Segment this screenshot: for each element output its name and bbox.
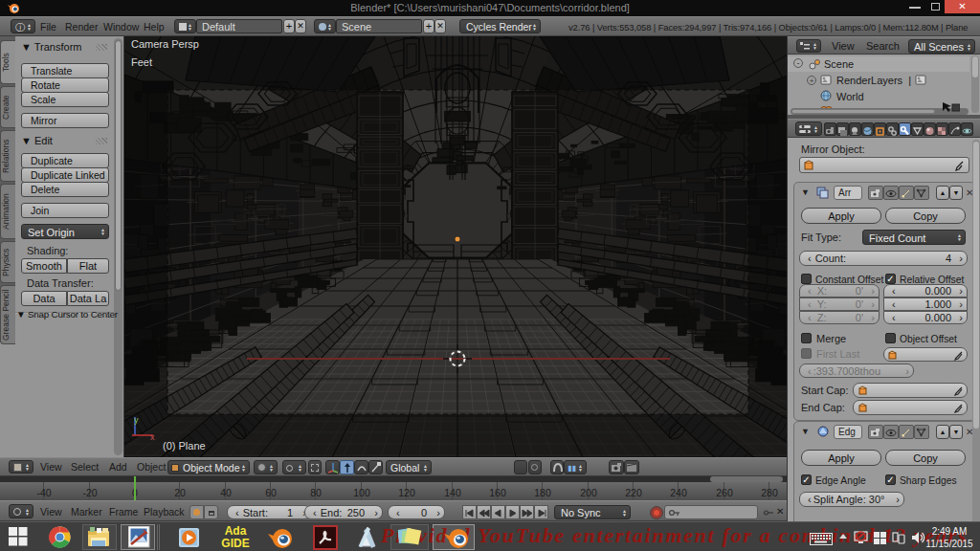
svg-text:(0) Plane: (0) Plane — [163, 440, 206, 452]
svg-text:Feet: Feet — [131, 56, 152, 68]
svg-text:x: x — [150, 432, 155, 442]
svg-text:Camera Persp: Camera Persp — [131, 38, 199, 50]
svg-text:y: y — [134, 415, 139, 425]
